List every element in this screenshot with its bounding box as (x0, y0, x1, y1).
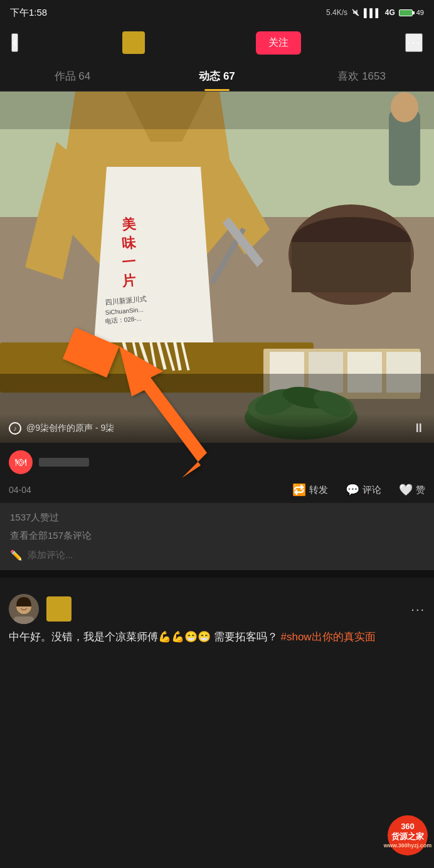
post-header: 🍽 (0, 443, 434, 477)
section-divider (0, 570, 434, 578)
audio-text: @9柒创作的原声 - 9柒 (26, 423, 114, 434)
pause-icon: ⏸ (413, 421, 425, 435)
comment-label: 评论 (363, 484, 381, 496)
like-label: 赞 (416, 484, 425, 496)
top-nav: ‹ 关注 ··· (0, 25, 434, 60)
svg-rect-42 (14, 617, 34, 624)
post-date: 04-04 (9, 485, 31, 495)
watermark-360: 360 货源之家 www.360hyzj.com (388, 815, 428, 855)
post-avatar-icon: 🍽 (15, 456, 26, 469)
tab-activity[interactable]: 动态 67 (145, 60, 290, 91)
tab-works[interactable]: 作品 64 (0, 60, 145, 91)
post-content: 中午好。没错，我是个凉菜师傅💪💪😁😁 需要拓客吗？ #show出你的真实面 (0, 629, 434, 653)
second-post-avatar (9, 594, 39, 624)
like-icon: 🤍 (399, 483, 413, 497)
back-button[interactable]: ‹ (11, 33, 18, 52)
second-username-avatar (46, 596, 71, 622)
status-time: 下午1:58 (10, 7, 47, 19)
second-username-block (46, 596, 403, 622)
more-button[interactable]: ··· (405, 33, 423, 52)
post-avatar: 🍽 (9, 450, 33, 474)
status-icons: 5.4K/s ▌▌▌ 4G 49 (326, 8, 424, 18)
post-text: 中午好。没错，我是个凉菜师傅💪💪😁😁 需要拓客吗？ (9, 631, 278, 643)
svg-rect-6 (292, 242, 411, 292)
svg-text:味: 味 (121, 235, 137, 252)
repost-label: 转发 (309, 484, 328, 496)
comment-icon: 💬 (346, 483, 359, 497)
post-username-block (39, 458, 425, 467)
svg-rect-34 (0, 92, 434, 129)
tab-bar: 作品 64 动态 67 喜欢 1653 (0, 60, 434, 92)
second-post-header: ··· (0, 585, 434, 629)
network-speed: 5.4K/s (326, 8, 347, 17)
battery-icon (399, 9, 413, 16)
nav-center (122, 31, 151, 54)
mute-icon (351, 8, 360, 17)
action-row: 04-04 🔁 转发 💬 评论 🤍 赞 (0, 477, 434, 503)
follow-button[interactable]: 关注 (256, 31, 301, 55)
svg-text:美: 美 (120, 216, 137, 233)
repost-button[interactable]: 🔁 转发 (292, 483, 328, 497)
cooking-background: 美 味 一 片 四川新派川式 SiChuanSin... 电话：028-... (0, 92, 434, 443)
view-comments[interactable]: 查看全部157条评论 (10, 530, 424, 542)
battery-level: 49 (416, 9, 424, 16)
pencil-icon: ✏️ (10, 549, 23, 561)
comments-section: 1537人赞过 查看全部157条评论 ✏️ 添加评论... (0, 503, 434, 570)
status-bar: 下午1:58 5.4K/s ▌▌▌ 4G 49 (0, 0, 434, 25)
svg-text:一: 一 (121, 254, 136, 271)
network-type: 4G (385, 8, 395, 17)
add-comment[interactable]: ✏️ 添加评论... (10, 549, 424, 561)
action-buttons: 🔁 转发 💬 评论 🤍 赞 (292, 483, 425, 497)
like-button[interactable]: 🤍 赞 (399, 483, 425, 497)
user-avatar-small (122, 31, 145, 54)
cooking-scene: 美 味 一 片 四川新派川式 SiChuanSin... 电话：028-... (0, 92, 434, 443)
avatar-svg (9, 594, 39, 624)
post-hashtag[interactable]: #show出你的真实面 (280, 631, 375, 643)
tiktok-icon: ♪ (9, 422, 21, 435)
signal-bars: ▌▌▌ (364, 8, 381, 18)
likes-count: 1537人赞过 (10, 512, 424, 524)
watermark-number: 360 (401, 822, 415, 832)
svg-point-37 (391, 92, 418, 122)
watermark-name: 货源之家 (391, 832, 424, 842)
repost-icon: 🔁 (292, 483, 306, 497)
add-comment-label: 添加评论... (28, 549, 73, 561)
comment-button[interactable]: 💬 评论 (346, 483, 381, 497)
video-overlay: ♪ @9柒创作的原声 - 9柒 ⏸ (0, 413, 434, 443)
second-post-more-button[interactable]: ··· (411, 602, 425, 617)
video-card[interactable]: 美 味 一 片 四川新派川式 SiChuanSin... 电话：028-... (0, 92, 434, 443)
audio-info: ♪ @9柒创作的原声 - 9柒 (9, 422, 114, 435)
watermark-url: www.360hyzj.com (384, 842, 432, 849)
post-username-placeholder (39, 458, 89, 467)
tab-likes[interactable]: 喜欢 1653 (289, 60, 434, 91)
second-post: ··· 中午好。没错，我是个凉菜师傅💪💪😁😁 需要拓客吗？ #show出你的真实… (0, 585, 434, 653)
svg-text:片: 片 (120, 273, 137, 290)
